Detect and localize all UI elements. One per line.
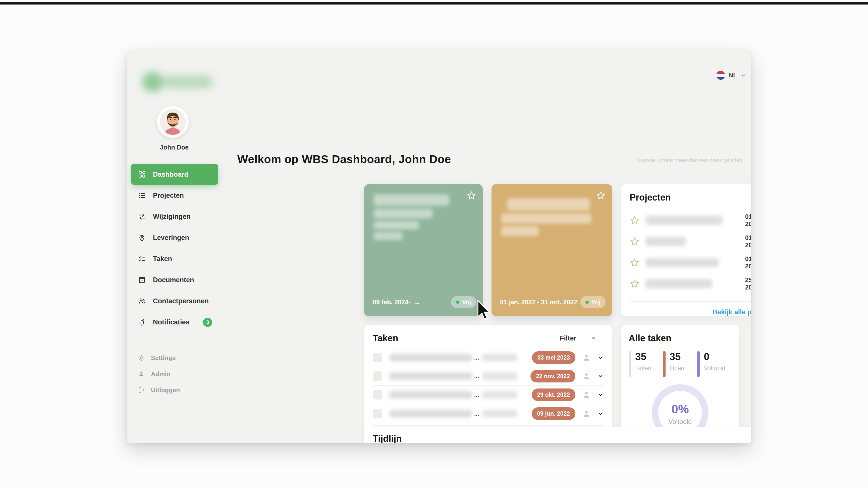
blurred-task-name <box>389 354 472 361</box>
chevron-down-icon <box>590 335 596 341</box>
blurred-project-title <box>374 232 403 240</box>
task-row[interactable]: ... 22 nov. 2022 <box>373 367 603 386</box>
divider <box>373 425 603 426</box>
blurred-project-title <box>507 198 590 210</box>
stat-voltooid: 0Voltooid <box>697 351 732 377</box>
blurred-task-name <box>389 391 472 399</box>
task-checkbox[interactable] <box>373 371 382 381</box>
user-name: John Doe <box>127 144 222 151</box>
sidebar-item-label: Wijzigingen <box>153 213 191 221</box>
sidebar-item-contactpersonen[interactable]: Contactpersonen <box>131 290 218 312</box>
chevron-down-icon[interactable] <box>597 373 603 379</box>
nl-flag-icon <box>716 71 725 80</box>
assignee-icon <box>582 372 591 381</box>
task-row[interactable]: ... 29 okt. 2022 <box>373 386 603 404</box>
swap-icon <box>138 212 146 221</box>
sidebar-item-label: Taken <box>153 255 172 263</box>
featured-project-card-green[interactable]: 09 feb. 2024- → Vrij <box>364 184 483 316</box>
task-checkbox[interactable] <box>373 353 382 362</box>
blurred-project-name <box>646 216 722 225</box>
sidebar-item-notificaties[interactable]: Notificaties 3 <box>131 312 218 333</box>
grid-icon <box>138 170 146 178</box>
due-date-badge: 09 jun. 2022 <box>532 407 576 420</box>
blurred-project-title <box>374 221 419 229</box>
stat-taken: 35Taken <box>629 351 663 377</box>
chevron-down-icon <box>740 73 746 78</box>
filter-label: Filter <box>560 335 577 342</box>
project-dates: 01 feb. 2022 - 31 mrt. 2022 <box>745 234 751 249</box>
view-all-projects-link[interactable]: Bekijk alle projecten <box>630 308 751 316</box>
all-tasks-panel: Alle taken 35Taken 35Open 0Voltooid 0% V… <box>621 325 739 443</box>
star-icon[interactable] <box>467 191 476 200</box>
app-logo <box>140 70 217 94</box>
sidebar-item-uitloggen[interactable]: Uitloggen <box>138 382 213 398</box>
star-icon[interactable] <box>630 258 640 268</box>
project-row[interactable]: 01 nov. 2021 - 31 mrt. 2022 Vrij <box>630 210 751 231</box>
blurred-project-title <box>501 226 539 236</box>
sidebar-item-leveringen[interactable]: Leveringen <box>131 227 218 248</box>
star-icon[interactable] <box>630 215 640 225</box>
status-dot <box>585 300 589 304</box>
project-row[interactable]: 25 apr. 2022 - 29 apr. 2022 Vrij <box>630 273 751 294</box>
blurred-task-meta <box>482 354 517 361</box>
timeline-panel: Tijdlijn Filter <box>364 427 751 443</box>
star-icon[interactable] <box>630 279 640 289</box>
ellipsis: ... <box>474 410 479 417</box>
projects-panel: Projecten 01 nov. 2021 - 31 mrt. 2022 Vr… <box>621 184 751 316</box>
all-tasks-title: Alle taken <box>629 333 732 344</box>
blurred-task-meta <box>482 410 517 418</box>
chevron-down-icon[interactable] <box>597 411 603 416</box>
featured-project-card-tan[interactable]: 01 jan. 2022 - 31 mrt. 2022 Vrij <box>492 184 612 316</box>
star-icon[interactable] <box>630 236 640 247</box>
sidebar-item-label: Leveringen <box>153 234 189 242</box>
star-icon[interactable] <box>596 191 606 200</box>
project-row[interactable]: 01 jan. 2022 - 31 mrt. 2022 Vrij <box>630 252 751 273</box>
blurred-task-meta <box>482 391 517 399</box>
task-checkbox[interactable] <box>373 390 382 400</box>
app-window: John Doe Dashboard Projecten Wijzigingen <box>127 50 751 443</box>
archive-icon <box>138 276 146 284</box>
avatar <box>157 106 189 138</box>
chevron-down-icon[interactable] <box>597 392 603 398</box>
blurred-project-title <box>501 213 591 223</box>
ellipsis: ... <box>474 354 479 361</box>
project-dates: 25 apr. 2022 - 29 apr. 2022 <box>745 277 751 291</box>
avatar-image <box>158 108 187 136</box>
arrow-right-icon: → <box>413 298 421 306</box>
person-icon <box>138 370 145 377</box>
chevron-down-icon[interactable] <box>597 354 603 361</box>
sidebar-item-label: Dashboard <box>153 171 188 178</box>
app-logo-wordmark <box>163 76 213 88</box>
tasks-filter-dropdown[interactable]: Filter <box>560 335 603 342</box>
sidebar-item-taken[interactable]: Taken <box>131 248 218 269</box>
logout-icon <box>138 386 145 394</box>
task-row[interactable]: ... 09 jun. 2022 <box>373 404 603 423</box>
blurred-task-name <box>389 372 472 380</box>
stat-bar <box>663 351 665 377</box>
ellipsis: ... <box>474 391 479 398</box>
sidebar-nav: Dashboard Projecten Wijzigingen Levering… <box>131 164 218 333</box>
stat-bar <box>629 351 631 377</box>
project-row[interactable]: 01 feb. 2022 - 31 mrt. 2022 Vrij <box>630 231 751 252</box>
sidebar-item-admin[interactable]: Admin <box>138 366 213 382</box>
status-dot <box>456 300 459 304</box>
projects-panel-title: Projecten <box>630 192 751 203</box>
due-date-badge: 29 okt. 2022 <box>532 389 576 401</box>
notification-badge: 3 <box>203 318 212 327</box>
sidebar-item-projecten[interactable]: Projecten <box>131 185 218 206</box>
tasks-panel: Taken Filter ... 03 mei 2023 ... 2 <box>364 325 612 443</box>
status-badge: Vrij <box>581 296 606 308</box>
blurred-project-title <box>374 194 449 206</box>
task-row[interactable]: ... 03 mei 2023 <box>373 348 603 367</box>
sidebar-item-dashboard[interactable]: Dashboard <box>131 164 218 185</box>
sidebar-item-settings[interactable]: Settings <box>138 350 213 366</box>
project-dates: 01 jan. 2022 - 31 mrt. 2022 <box>745 255 751 270</box>
language-switcher[interactable]: NL <box>716 71 746 80</box>
task-checkbox[interactable] <box>373 409 382 419</box>
gauge-label: Voltooid <box>669 418 692 425</box>
sidebar-item-wijzigingen[interactable]: Wijzigingen <box>131 206 218 227</box>
assignee-icon <box>582 409 591 418</box>
card-date: 09 feb. 2024- → <box>373 298 421 306</box>
last-update-text: Laatste update: meer dan een week gelede… <box>629 157 742 163</box>
sidebar-item-documenten[interactable]: Documenten <box>131 269 218 290</box>
